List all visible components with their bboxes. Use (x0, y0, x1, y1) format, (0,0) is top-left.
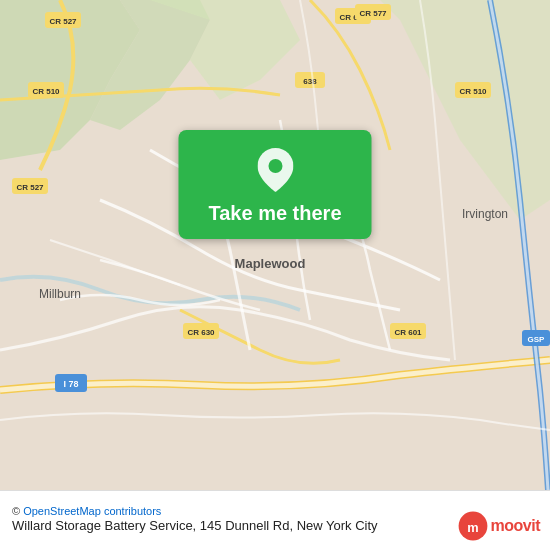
svg-text:CR 527: CR 527 (16, 183, 44, 192)
take-me-there-overlay[interactable]: Take me there (178, 130, 371, 239)
svg-text:GSP: GSP (528, 335, 546, 344)
take-me-there-label: Take me there (208, 202, 341, 225)
take-me-there-button[interactable]: Take me there (178, 130, 371, 239)
location-pin-icon (257, 148, 293, 192)
svg-text:CR 527: CR 527 (49, 17, 77, 26)
svg-text:Maplewood: Maplewood (235, 256, 306, 271)
svg-text:CR 510: CR 510 (459, 87, 487, 96)
svg-text:I 78: I 78 (63, 379, 78, 389)
bottom-bar: © OpenStreetMap contributors Willard Sto… (0, 490, 550, 550)
svg-text:CR 601: CR 601 (394, 328, 422, 337)
moovit-icon: m (457, 510, 489, 542)
map-container: I 78 GSP CR 527 CR 527 CR 510 CR 510 CR … (0, 0, 550, 490)
attribution-prefix: © (12, 505, 23, 517)
svg-text:Millburn: Millburn (39, 287, 81, 301)
svg-text:m: m (467, 520, 478, 535)
svg-point-30 (268, 159, 282, 173)
place-name: Willard Storage Battery Service, 145 Dun… (12, 517, 500, 535)
moovit-logo: m moovit (457, 510, 540, 542)
svg-text:Irvington: Irvington (462, 207, 508, 221)
svg-text:CR 630: CR 630 (187, 328, 215, 337)
moovit-text: moovit (491, 517, 540, 535)
svg-text:CR 577: CR 577 (359, 9, 387, 18)
map-svg: I 78 GSP CR 527 CR 527 CR 510 CR 510 CR … (0, 0, 550, 490)
attribution: © OpenStreetMap contributors (12, 505, 500, 517)
svg-text:CR 510: CR 510 (32, 87, 60, 96)
attribution-link[interactable]: OpenStreetMap contributors (23, 505, 161, 517)
svg-text:638: 638 (303, 77, 317, 86)
